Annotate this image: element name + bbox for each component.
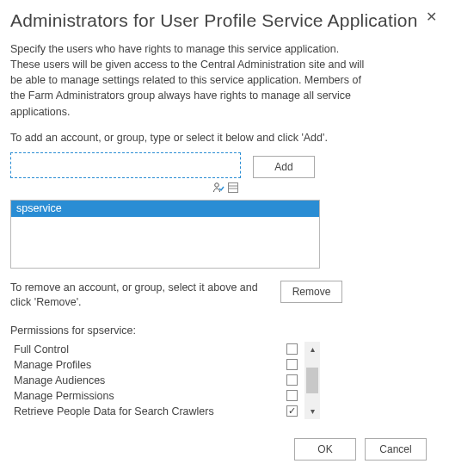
add-instruction: To add an account, or group, type or sel…	[10, 132, 434, 144]
add-account-row: Add	[10, 152, 434, 181]
svg-point-0	[215, 182, 219, 187]
permission-checkbox[interactable]	[286, 374, 298, 386]
scroll-down-icon[interactable]: ▾	[304, 404, 320, 419]
close-icon[interactable]: ✕	[426, 9, 437, 25]
permission-checkbox[interactable]	[286, 405, 298, 417]
permission-label: Retrieve People Data for Search Crawlers	[14, 405, 286, 417]
permission-label: Manage Audiences	[14, 374, 286, 386]
permission-row: Manage Permissions	[10, 388, 301, 404]
permissions-box: Full ControlManage ProfilesManage Audien…	[10, 342, 320, 419]
scrollbar[interactable]: ▴ ▾	[304, 342, 320, 419]
remove-button[interactable]: Remove	[280, 281, 342, 303]
scroll-thumb[interactable]	[306, 368, 318, 393]
permission-row: Manage Audiences	[10, 373, 301, 388]
permission-label: Manage Profiles	[14, 359, 286, 371]
permission-checkbox[interactable]	[286, 359, 298, 370]
permission-label: Manage Permissions	[14, 390, 286, 402]
permission-checkbox[interactable]	[286, 390, 298, 401]
add-button[interactable]: Add	[253, 156, 315, 178]
permission-row: Manage Profiles	[10, 357, 301, 373]
svg-rect-1	[229, 182, 238, 192]
permission-checkbox[interactable]	[286, 343, 298, 355]
remove-instruction: To remove an account, or group, select i…	[10, 281, 268, 311]
account-input[interactable]	[10, 152, 241, 178]
permission-row: Full Control	[10, 342, 301, 357]
permission-row: Retrieve People Data for Search Crawlers	[10, 404, 301, 419]
ok-button[interactable]: OK	[294, 438, 356, 461]
scroll-up-icon[interactable]: ▴	[304, 342, 320, 357]
dialog-description: Specify the users who have rights to man…	[10, 41, 372, 120]
dialog-title: Administrators for User Profile Service …	[10, 10, 434, 31]
permissions-title: Permissions for spservice:	[10, 325, 434, 337]
check-names-icon[interactable]	[212, 182, 224, 194]
accounts-listbox[interactable]: spservice	[10, 200, 320, 269]
cancel-button[interactable]: Cancel	[365, 438, 427, 461]
browse-icon[interactable]	[227, 182, 239, 194]
permission-label: Full Control	[14, 343, 286, 355]
list-item[interactable]: spservice	[11, 201, 319, 217]
